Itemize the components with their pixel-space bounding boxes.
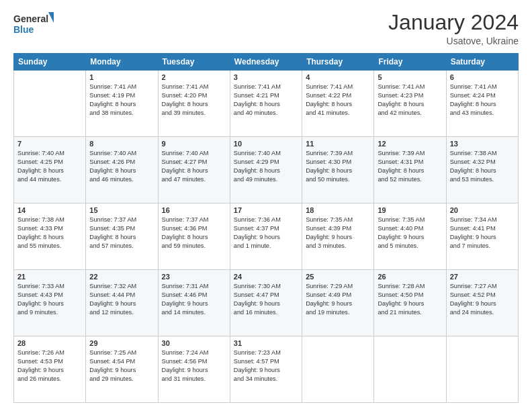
cell-week3-day1: 15Sunrise: 7:37 AMSunset: 4:35 PMDayligh… xyxy=(86,203,158,270)
day-number: 26 xyxy=(378,273,442,281)
logo: General Blue xyxy=(13,11,54,38)
day-number: 5 xyxy=(378,73,442,81)
col-saturday: Saturday xyxy=(446,54,518,71)
day-number: 11 xyxy=(306,140,370,148)
cell-week2-day3: 10Sunrise: 7:40 AMSunset: 4:29 PMDayligh… xyxy=(230,137,302,203)
cell-week2-day1: 8Sunrise: 7:40 AMSunset: 4:26 PMDaylight… xyxy=(86,137,158,203)
day-number: 18 xyxy=(306,206,370,214)
day-number: 15 xyxy=(89,206,154,214)
col-tuesday: Tuesday xyxy=(158,54,230,71)
calendar-table: Sunday Monday Tuesday Wednesday Thursday… xyxy=(13,53,519,403)
cell-week1-day4: 4Sunrise: 7:41 AMSunset: 4:22 PMDaylight… xyxy=(302,71,374,137)
location-subtitle: Usatove, Ukraine xyxy=(388,36,519,46)
cell-week1-day3: 3Sunrise: 7:41 AMSunset: 4:21 PMDaylight… xyxy=(230,71,302,137)
cell-week5-day2: 30Sunrise: 7:24 AMSunset: 4:56 PMDayligh… xyxy=(158,336,230,403)
day-number: 21 xyxy=(17,273,82,281)
day-info: Sunrise: 7:34 AMSunset: 4:41 PMDaylight:… xyxy=(450,216,515,250)
week-row-4: 21Sunrise: 7:33 AMSunset: 4:43 PMDayligh… xyxy=(14,270,519,336)
day-number: 30 xyxy=(162,339,226,347)
day-number: 2 xyxy=(162,73,226,81)
day-number: 7 xyxy=(17,140,82,148)
day-info: Sunrise: 7:24 AMSunset: 4:56 PMDaylight:… xyxy=(162,349,226,383)
day-info: Sunrise: 7:40 AMSunset: 4:26 PMDaylight:… xyxy=(89,149,154,184)
logo-svg: General Blue xyxy=(13,11,54,38)
day-info: Sunrise: 7:39 AMSunset: 4:31 PMDaylight:… xyxy=(378,149,442,184)
day-number: 3 xyxy=(234,73,298,81)
day-info: Sunrise: 7:27 AMSunset: 4:52 PMDaylight:… xyxy=(450,282,515,317)
day-info: Sunrise: 7:37 AMSunset: 4:36 PMDaylight:… xyxy=(162,216,226,250)
day-info: Sunrise: 7:37 AMSunset: 4:35 PMDaylight:… xyxy=(89,216,154,250)
col-sunday: Sunday xyxy=(14,54,86,71)
cell-week3-day5: 19Sunrise: 7:35 AMSunset: 4:40 PMDayligh… xyxy=(374,203,446,270)
day-info: Sunrise: 7:26 AMSunset: 4:53 PMDaylight:… xyxy=(17,349,82,383)
cell-week4-day2: 23Sunrise: 7:31 AMSunset: 4:46 PMDayligh… xyxy=(158,270,230,336)
day-number: 24 xyxy=(234,273,298,281)
cell-week2-day6: 13Sunrise: 7:38 AMSunset: 4:32 PMDayligh… xyxy=(446,137,518,203)
cell-week4-day4: 25Sunrise: 7:29 AMSunset: 4:49 PMDayligh… xyxy=(302,270,374,336)
svg-marker-2 xyxy=(48,12,54,23)
day-info: Sunrise: 7:31 AMSunset: 4:46 PMDaylight:… xyxy=(162,282,226,317)
day-number: 1 xyxy=(89,73,154,81)
day-info: Sunrise: 7:41 AMSunset: 4:21 PMDaylight:… xyxy=(234,83,298,118)
cell-week1-day1: 1Sunrise: 7:41 AMSunset: 4:19 PMDaylight… xyxy=(86,71,158,137)
day-info: Sunrise: 7:32 AMSunset: 4:44 PMDaylight:… xyxy=(89,282,154,317)
day-number: 6 xyxy=(450,73,515,81)
day-info: Sunrise: 7:36 AMSunset: 4:37 PMDaylight:… xyxy=(234,216,298,250)
cell-week3-day0: 14Sunrise: 7:38 AMSunset: 4:33 PMDayligh… xyxy=(14,203,86,270)
week-row-3: 14Sunrise: 7:38 AMSunset: 4:33 PMDayligh… xyxy=(14,203,519,270)
day-info: Sunrise: 7:38 AMSunset: 4:33 PMDaylight:… xyxy=(17,216,82,250)
day-info: Sunrise: 7:28 AMSunset: 4:50 PMDaylight:… xyxy=(378,282,442,317)
day-info: Sunrise: 7:35 AMSunset: 4:39 PMDaylight:… xyxy=(306,216,370,250)
day-number: 27 xyxy=(450,273,515,281)
day-info: Sunrise: 7:38 AMSunset: 4:32 PMDaylight:… xyxy=(450,149,515,184)
header-row: Sunday Monday Tuesday Wednesday Thursday… xyxy=(14,54,519,71)
day-number: 17 xyxy=(234,206,298,214)
cell-week5-day4 xyxy=(302,336,374,403)
cell-week4-day6: 27Sunrise: 7:27 AMSunset: 4:52 PMDayligh… xyxy=(446,270,518,336)
day-number: 19 xyxy=(378,206,442,214)
day-number: 16 xyxy=(162,206,226,214)
day-number: 12 xyxy=(378,140,442,148)
cell-week1-day0 xyxy=(14,71,86,137)
calendar-page: General Blue January 2024 Usatove, Ukrai… xyxy=(0,0,532,411)
day-info: Sunrise: 7:41 AMSunset: 4:23 PMDaylight:… xyxy=(378,83,442,118)
cell-week2-day4: 11Sunrise: 7:39 AMSunset: 4:30 PMDayligh… xyxy=(302,137,374,203)
cell-week4-day3: 24Sunrise: 7:30 AMSunset: 4:47 PMDayligh… xyxy=(230,270,302,336)
day-info: Sunrise: 7:25 AMSunset: 4:54 PMDaylight:… xyxy=(89,349,154,383)
cell-week3-day2: 16Sunrise: 7:37 AMSunset: 4:36 PMDayligh… xyxy=(158,203,230,270)
header: General Blue January 2024 Usatove, Ukrai… xyxy=(13,11,519,46)
week-row-1: 1Sunrise: 7:41 AMSunset: 4:19 PMDaylight… xyxy=(14,71,519,137)
day-info: Sunrise: 7:23 AMSunset: 4:57 PMDaylight:… xyxy=(234,349,298,383)
col-friday: Friday xyxy=(374,54,446,71)
cell-week2-day2: 9Sunrise: 7:40 AMSunset: 4:27 PMDaylight… xyxy=(158,137,230,203)
day-info: Sunrise: 7:40 AMSunset: 4:29 PMDaylight:… xyxy=(234,149,298,184)
svg-text:Blue: Blue xyxy=(13,24,34,35)
cell-week3-day6: 20Sunrise: 7:34 AMSunset: 4:41 PMDayligh… xyxy=(446,203,518,270)
day-number: 20 xyxy=(450,206,515,214)
day-info: Sunrise: 7:41 AMSunset: 4:24 PMDaylight:… xyxy=(450,83,515,118)
day-number: 28 xyxy=(17,339,82,347)
day-info: Sunrise: 7:40 AMSunset: 4:27 PMDaylight:… xyxy=(162,149,226,184)
cell-week3-day4: 18Sunrise: 7:35 AMSunset: 4:39 PMDayligh… xyxy=(302,203,374,270)
day-info: Sunrise: 7:41 AMSunset: 4:20 PMDaylight:… xyxy=(162,83,226,118)
day-info: Sunrise: 7:40 AMSunset: 4:25 PMDaylight:… xyxy=(17,149,82,184)
day-number: 14 xyxy=(17,206,82,214)
day-number: 13 xyxy=(450,140,515,148)
day-number: 23 xyxy=(162,273,226,281)
cell-week5-day0: 28Sunrise: 7:26 AMSunset: 4:53 PMDayligh… xyxy=(14,336,86,403)
day-info: Sunrise: 7:30 AMSunset: 4:47 PMDaylight:… xyxy=(234,282,298,317)
cell-week5-day6 xyxy=(446,336,518,403)
day-number: 29 xyxy=(89,339,154,347)
day-info: Sunrise: 7:41 AMSunset: 4:19 PMDaylight:… xyxy=(89,83,154,118)
cell-week3-day3: 17Sunrise: 7:36 AMSunset: 4:37 PMDayligh… xyxy=(230,203,302,270)
month-title: January 2024 xyxy=(388,11,519,34)
day-info: Sunrise: 7:29 AMSunset: 4:49 PMDaylight:… xyxy=(306,282,370,317)
cell-week4-day1: 22Sunrise: 7:32 AMSunset: 4:44 PMDayligh… xyxy=(86,270,158,336)
cell-week2-day0: 7Sunrise: 7:40 AMSunset: 4:25 PMDaylight… xyxy=(14,137,86,203)
day-info: Sunrise: 7:41 AMSunset: 4:22 PMDaylight:… xyxy=(306,83,370,118)
week-row-5: 28Sunrise: 7:26 AMSunset: 4:53 PMDayligh… xyxy=(14,336,519,403)
cell-week1-day5: 5Sunrise: 7:41 AMSunset: 4:23 PMDaylight… xyxy=(374,71,446,137)
cell-week5-day1: 29Sunrise: 7:25 AMSunset: 4:54 PMDayligh… xyxy=(86,336,158,403)
day-number: 31 xyxy=(234,339,298,347)
col-monday: Monday xyxy=(86,54,158,71)
